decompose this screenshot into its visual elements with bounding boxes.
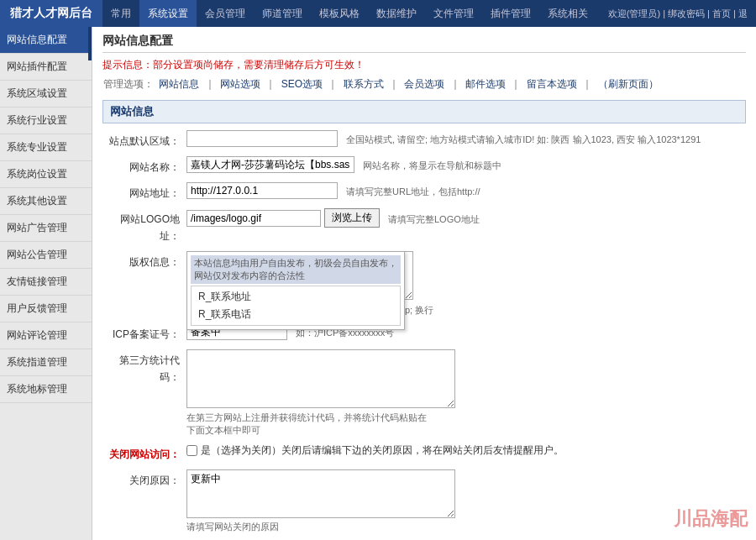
nav-right-text: 欢迎(管理员) | 绑改密码 | 首页 | 退: [600, 8, 756, 20]
label-copyright: 版权信息：: [102, 251, 186, 270]
label-third-stats: 第三方统计代码：: [102, 349, 186, 385]
nav-item-common[interactable]: 常用: [102, 0, 139, 27]
hint-logo-url: 请填写完整LOGO地址: [388, 211, 480, 226]
nav-items: 常用 系统设置 会员管理 师道管理 模板风格 数据维护 文件管理 插件管理 系统…: [102, 0, 600, 27]
hint-site-url: 请填写完整URL地址，包括http://: [346, 183, 480, 198]
dropdown-scroll-area[interactable]: R_联系地址 R_联系电话: [191, 286, 401, 326]
layout: 网站信息配置 网站插件配置 系统区域设置 系统行业设置 系统专业设置 系统岗位设…: [0, 27, 756, 540]
top-nav: 猎才人才网后台 常用 系统设置 会员管理 师道管理 模板风格 数据维护 文件管理…: [0, 0, 756, 27]
hint-site-name: 网站名称，将显示在导航和标题中: [363, 157, 501, 172]
notice-text: 提示信息：部分设置项尚储存，需要清理储存后方可生效！: [102, 58, 746, 72]
sidebar-indicator: [88, 27, 92, 60]
copyright-dropdown[interactable]: 本站信息均由用户自由发布，初级会员自由发布，网站仅对发布内容的合法性 R_联系地…: [186, 251, 405, 330]
label-close-reason: 关闭原因：: [102, 469, 186, 489]
label-logo-url: 网站LOGO地址：: [102, 208, 186, 244]
sidebar-item-siteinfo[interactable]: 网站信息配置: [0, 27, 92, 54]
sidebar-item-comment[interactable]: 网站评论管理: [0, 322, 92, 349]
input-logo-url[interactable]: [186, 210, 321, 227]
row-site-name: 网站名称： 网站名称，将显示在导航和标题中: [102, 156, 746, 176]
section-siteinfo: 网站信息: [102, 100, 746, 123]
input-default-area[interactable]: [186, 130, 338, 147]
tab-contact[interactable]: 联系方式: [344, 78, 384, 90]
sidebar-item-plugin[interactable]: 网站插件配置: [0, 54, 92, 81]
watermark-logo: 川品海配: [674, 506, 748, 532]
hint-third-stats: 在第三方网站上注册并获得统计代码，并将统计代码粘贴在: [186, 412, 455, 424]
sidebar-item-links[interactable]: 友情链接管理: [0, 269, 92, 296]
hint-third-stats-2: 下面文本框中即可: [186, 424, 455, 437]
sidebar: 网站信息配置 网站插件配置 系统区域设置 系统行业设置 系统专业设置 系统岗位设…: [0, 27, 92, 540]
close-reason-controls: 更新中 请填写网站关闭的原因: [186, 469, 455, 533]
input-site-url[interactable]: [186, 182, 338, 199]
sidebar-item-major[interactable]: 系统专业设置: [0, 134, 92, 161]
textarea-close-reason[interactable]: 更新中: [186, 469, 455, 518]
dropdown-bg: 本站信息均由用户自由发布，初级会员自由发布，网站仅对发布内容的合法性: [191, 255, 401, 284]
dropdown-item-2[interactable]: R_联系电话: [195, 306, 396, 323]
label-site-name: 网站名称：: [102, 156, 186, 176]
nav-item-file[interactable]: 文件管理: [425, 0, 482, 27]
logo: 猎才人才网后台: [0, 0, 102, 27]
logo-url-controls: 浏览上传 请填写完整LOGO地址: [186, 208, 480, 228]
site-name-controls: 网站名称，将显示在导航和标题中: [186, 156, 501, 173]
hint-close-reason: 请填写网站关闭的原因: [186, 521, 455, 533]
btn-browse-upload[interactable]: 浏览上传: [324, 208, 380, 228]
nav-item-teacher[interactable]: 师道管理: [254, 0, 311, 27]
row-close-reason: 关闭原因： 更新中 请填写网站关闭的原因: [102, 469, 746, 533]
row-close-site: 关闭网站访问： 是（选择为关闭）关闭后请编辑下边的关闭原因，将在网站关闭后友情提…: [102, 443, 746, 463]
tab-email[interactable]: 邮件选项: [465, 78, 506, 90]
nav-item-data[interactable]: 数据维护: [368, 0, 425, 27]
dropdown-item-1[interactable]: R_联系地址: [195, 288, 396, 306]
sidebar-item-region[interactable]: 系统区域设置: [0, 81, 92, 107]
nav-tabs: 管理选项： 网站信息 ｜ 网站选项 ｜ SEO选项 ｜ 联系方式 ｜ 会员选项 …: [102, 77, 746, 92]
label-icp: ICP备案证号：: [102, 323, 186, 343]
input-site-name[interactable]: [186, 156, 354, 173]
label-default-area: 站点默认区域：: [102, 130, 186, 149]
label-site-url: 网站地址：: [102, 182, 186, 202]
sidebar-item-position[interactable]: 系统岗位设置: [0, 161, 92, 188]
nav-item-syssettings[interactable]: 系统设置: [139, 0, 197, 27]
sidebar-item-landmark[interactable]: 系统地标管理: [0, 376, 92, 403]
page-title: 网站信息配置: [102, 34, 746, 53]
row-logo-url: 网站LOGO地址： 浏览上传 请填写完整LOGO地址: [102, 208, 746, 244]
nav-tab-label: 管理选项：: [103, 78, 154, 90]
row-copyright: 版权信息： 本站信息均由用户自由发布，初级会员自由发布，网站仅对发布内容的合法性…: [102, 251, 746, 317]
main-content: 网站信息配置 提示信息：部分设置项尚储存，需要清理储存后方可生效！ 管理选项： …: [92, 27, 756, 540]
tab-siteoptions[interactable]: 网站选项: [220, 78, 260, 90]
row-default-area: 站点默认区域： 全国站模式, 请留空; 地方站模式请输入城市ID! 如: 陕西 …: [102, 130, 746, 149]
row-site-url: 网站地址： 请填写完整URL地址，包括http://: [102, 182, 746, 202]
tab-siteinfo[interactable]: 网站信息: [159, 78, 199, 90]
checkbox-close-site[interactable]: [186, 445, 197, 456]
nav-item-template[interactable]: 模板风格: [311, 0, 368, 27]
copyright-controls: 本站信息均由用户自由发布，初级会员自由发布，网站仅对发布内容的合法性 R_联系地…: [186, 251, 433, 317]
textarea-third-stats[interactable]: [186, 349, 455, 408]
sidebar-item-guide[interactable]: 系统指道管理: [0, 349, 92, 376]
tab-refresh[interactable]: （刷新页面）: [598, 78, 659, 90]
hint-default-area: 全国站模式, 请留空; 地方站模式请输入城市ID! 如: 陕西 输入1023, …: [346, 131, 701, 146]
close-site-controls: 是（选择为关闭）关闭后请编辑下边的关闭原因，将在网站关闭后友情提醒用户。: [186, 443, 564, 458]
default-area-controls: 全国站模式, 请留空; 地方站模式请输入城市ID! 如: 陕西 输入1023, …: [186, 130, 701, 147]
site-url-controls: 请填写完整URL地址，包括http://: [186, 182, 480, 199]
row-third-stats: 第三方统计代码： 在第三方网站上注册并获得统计代码，并将统计代码粘贴在 下面文本…: [102, 349, 746, 437]
label-close-site: 关闭网站访问：: [102, 443, 186, 463]
nav-item-system[interactable]: 系统相关: [539, 0, 596, 27]
tab-member[interactable]: 会员选项: [404, 78, 444, 90]
sidebar-item-other[interactable]: 系统其他设置: [0, 188, 92, 215]
text-close-site: 是（选择为关闭）关闭后请编辑下边的关闭原因，将在网站关闭后友情提醒用户。: [201, 443, 564, 458]
tab-guestbook[interactable]: 留言本选项: [527, 78, 577, 90]
tab-seo[interactable]: SEO选项: [281, 78, 323, 90]
nav-item-plugin[interactable]: 插件管理: [482, 0, 539, 27]
sidebar-item-notice[interactable]: 网站公告管理: [0, 242, 92, 269]
third-stats-controls: 在第三方网站上注册并获得统计代码，并将统计代码粘贴在 下面文本框中即可: [186, 349, 455, 437]
nav-item-member[interactable]: 会员管理: [197, 0, 254, 27]
sidebar-item-industry[interactable]: 系统行业设置: [0, 107, 92, 134]
sidebar-item-feedback[interactable]: 用户反馈管理: [0, 296, 92, 322]
sidebar-item-ads[interactable]: 网站广告管理: [0, 215, 92, 242]
